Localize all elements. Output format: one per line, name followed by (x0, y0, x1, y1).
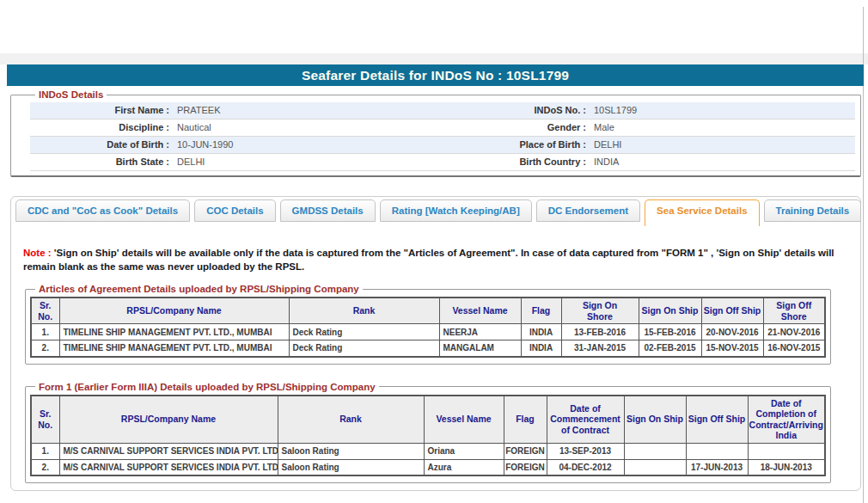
discipline-value: Nautical (176, 120, 430, 136)
tab-cdc-coc-as-cook-details[interactable]: CDC and "CoC as Cook" Details (15, 199, 190, 222)
cell-rank: Deck Rating (289, 340, 439, 357)
page-title: Seafarer Details for INDoS No : 10SL1799 (7, 64, 864, 86)
cell-date-of-completion: 18-JUN-2013 (748, 459, 825, 475)
indos-details-fieldset: INDoS Details First Name : PRATEEK INDoS… (10, 89, 861, 177)
tab-gmdss-details[interactable]: GMDSS Details (280, 199, 376, 222)
cell-flag: FOREIGN (504, 459, 547, 475)
first-name-label: First Name : (30, 102, 176, 119)
top-gray-band (0, 53, 868, 64)
header-vessel-name: Vessel Name (439, 298, 521, 324)
header-vessel-name: Vessel Name (424, 396, 504, 444)
cell-vessel-name: Azura (424, 459, 504, 475)
cell-company: M/S CARNIVAL SUPPORT SERVICES INDIA PVT.… (59, 443, 278, 459)
cell-rank: Deck Rating (289, 324, 439, 340)
articles-of-agreement-legend: Articles of Agreement Details uploaded b… (35, 284, 363, 294)
header-sign-on-ship: Sign On Ship (624, 396, 686, 444)
cell-company: TIMELINE SHIP MANAGEMENT PVT. LTD., MUMB… (59, 324, 289, 340)
tab-coc-details[interactable]: COC Details (194, 199, 275, 222)
table-row: 1. TIMELINE SHIP MANAGEMENT PVT. LTD., M… (31, 324, 825, 340)
birth-state-label: Birth State : (30, 154, 176, 170)
cell-company: M/S CARNIVAL SUPPORT SERVICES INDIA PVT.… (59, 459, 278, 475)
birth-country-label: Birth Country : (430, 154, 593, 170)
indos-row-name: First Name : PRATEEK INDoS No. : 10SL179… (30, 102, 855, 120)
header-company: RPSL/Company Name (59, 396, 278, 444)
cell-sr-no: 1. (31, 324, 59, 340)
cell-sign-off-ship: 15-NOV-2015 (701, 340, 763, 357)
first-name-value: PRATEEK (176, 102, 430, 119)
sign-on-ship-note: Note : 'Sign on Ship' details will be av… (23, 246, 848, 273)
cell-date-of-commencement: 13-SEP-2013 (547, 443, 624, 459)
header-sign-on-shore: Sign On Shore (561, 298, 639, 324)
table-header-row: Sr. No. RPSL/Company Name Rank Vessel Na… (31, 298, 825, 324)
cell-rank: Saloon Rating (278, 459, 424, 475)
header-date-of-completion: Date of Completion of Contract/Arriving … (748, 396, 825, 444)
articles-of-agreement-fieldset: Articles of Agreement Details uploaded b… (25, 284, 831, 365)
indos-no-value: 10SL1799 (593, 102, 855, 119)
header-flag: Flag (504, 396, 547, 444)
header-flag: Flag (521, 298, 561, 324)
articles-of-agreement-table: Sr. No. RPSL/Company Name Rank Vessel Na… (30, 297, 826, 358)
cell-date-of-completion (748, 443, 825, 459)
cell-vessel-name: MANGALAM (439, 340, 521, 357)
table-header-row: Sr. No. RPSL/Company Name Rank Vessel Na… (31, 396, 825, 444)
cell-sign-on-ship: 02-FEB-2015 (639, 340, 701, 357)
birth-country-value: INDIA (593, 154, 855, 170)
header-sign-on-ship: Sign On Ship (639, 298, 701, 324)
tab-content-panel: CDC and "CoC as Cook" Details COC Detail… (10, 196, 861, 491)
cell-vessel-name: NEERJA (439, 324, 521, 340)
cell-sign-off-ship: 17-JUN-2013 (686, 459, 748, 475)
cell-sr-no: 2. (31, 459, 59, 475)
cell-flag: INDIA (521, 340, 561, 357)
cell-sign-on-shore: 13-FEB-2016 (561, 324, 639, 340)
indos-row-birth-date: Date of Birth : 10-JUN-1990 Place of Bir… (30, 137, 855, 154)
place-of-birth-label: Place of Birth : (430, 137, 593, 153)
cell-sr-no: 1. (31, 443, 59, 459)
gender-value: Male (593, 120, 855, 136)
table-row: 2. M/S CARNIVAL SUPPORT SERVICES INDIA P… (31, 459, 825, 475)
form1-details-table: Sr. No. RPSL/Company Name Rank Vessel Na… (30, 395, 826, 477)
indos-row-birth-state: Birth State : DELHI Birth Country : INDI… (30, 154, 855, 171)
header-sign-off-ship: Sign Off Ship (686, 396, 748, 444)
discipline-label: Discipline : (30, 120, 176, 136)
gender-label: Gender : (430, 120, 593, 136)
header-company: RPSL/Company Name (59, 298, 289, 324)
tab-strip: CDC and "CoC as Cook" Details COC Detail… (15, 199, 861, 226)
cell-sign-on-ship: 15-FEB-2016 (639, 324, 701, 340)
cell-sign-off-shore: 21-NOV-2016 (763, 324, 825, 340)
date-of-birth-value: 10-JUN-1990 (176, 137, 430, 153)
cell-company: TIMELINE SHIP MANAGEMENT PVT. LTD., MUMB… (59, 340, 289, 357)
header-sign-off-ship: Sign Off Ship (701, 298, 763, 324)
tab-training-details[interactable]: Training Details (764, 199, 862, 222)
cell-flag: INDIA (521, 324, 561, 340)
header-sr-no: Sr. No. (31, 396, 59, 444)
tab-dc-endorsement[interactable]: DC Endorsement (536, 199, 640, 222)
cell-sign-on-shore: 31-JAN-2015 (561, 340, 639, 357)
place-of-birth-value: DELHI (593, 137, 855, 153)
date-of-birth-label: Date of Birth : (30, 137, 176, 153)
header-sign-off-shore: Sign Off Shore (763, 298, 825, 324)
header-rank: Rank (278, 396, 424, 444)
tab-sea-service-details[interactable]: Sea Service Details (645, 199, 760, 226)
birth-state-value: DELHI (176, 154, 430, 170)
cell-sign-off-shore: 16-NOV-2015 (763, 340, 825, 357)
header-sr-no: Sr. No. (31, 298, 59, 324)
cell-vessel-name: Oriana (424, 443, 504, 459)
cell-sign-on-ship (624, 443, 686, 459)
table-row: 1. M/S CARNIVAL SUPPORT SERVICES INDIA P… (31, 443, 825, 459)
form1-details-fieldset: Form 1 (Earlier Form IIIA) Details uploa… (25, 382, 831, 484)
seafarer-details-page: Seafarer Details for INDoS No : 10SL1799… (0, 0, 868, 503)
cell-sr-no: 2. (31, 340, 59, 357)
cell-sign-off-ship: 20-NOV-2016 (701, 324, 763, 340)
header-rank: Rank (289, 298, 439, 324)
cell-date-of-commencement: 04-DEC-2012 (547, 459, 624, 475)
tab-rating-watch-keeping-ab[interactable]: Rating [Watch Keeping/AB] (380, 199, 532, 222)
note-text: 'Sign on Ship' details will be available… (23, 248, 834, 272)
indos-row-discipline: Discipline : Nautical Gender : Male (30, 120, 855, 137)
form1-details-legend: Form 1 (Earlier Form IIIA) Details uploa… (35, 382, 379, 392)
cell-flag: FOREIGN (504, 443, 547, 459)
cell-rank: Saloon Rating (278, 443, 424, 459)
indos-details-legend: INDoS Details (35, 89, 107, 100)
cell-sign-off-ship (686, 443, 748, 459)
note-prefix: Note : (23, 248, 54, 258)
header-date-of-commencement: Date of Commencement of Contract (547, 396, 624, 444)
